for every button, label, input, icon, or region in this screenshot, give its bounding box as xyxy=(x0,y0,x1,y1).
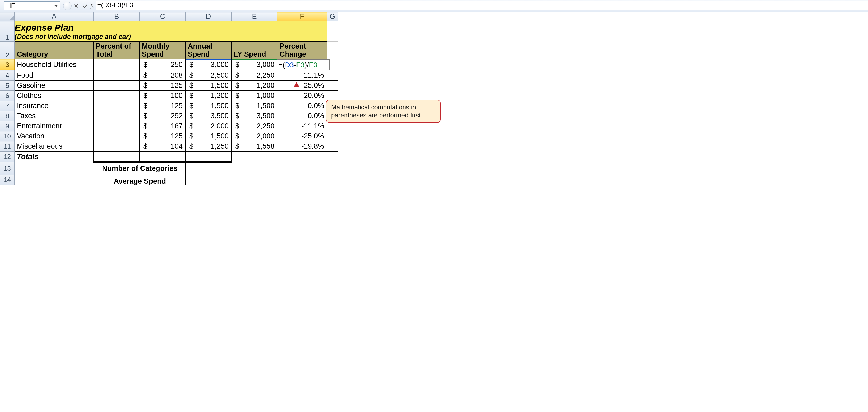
row-header-12[interactable]: 12 xyxy=(0,151,15,162)
row-header-13[interactable]: 13 xyxy=(0,162,15,175)
row-header-9[interactable]: 9 xyxy=(0,121,15,131)
col-header-E[interactable]: E xyxy=(231,12,278,21)
cell-E10[interactable]: $2,000 xyxy=(231,131,278,141)
cell-BC13[interactable]: Number of Categories xyxy=(94,162,186,175)
cell-C6[interactable]: $100 xyxy=(140,91,186,101)
cell-B10[interactable] xyxy=(94,131,140,141)
cell-B11[interactable] xyxy=(94,141,140,151)
header-percent-of-total[interactable]: Percent of Total xyxy=(94,42,140,59)
header-annual-spend[interactable]: Annual Spend xyxy=(186,42,231,59)
cell-D3[interactable]: $3,000 xyxy=(186,59,231,70)
cell-D13[interactable] xyxy=(186,162,231,175)
cell-F10[interactable]: -25.0% xyxy=(278,131,327,141)
cell-F12[interactable] xyxy=(278,151,327,162)
row-header-14[interactable]: 14 xyxy=(0,175,15,185)
cell-F13[interactable] xyxy=(278,162,327,175)
cell-C11[interactable]: $104 xyxy=(140,141,186,151)
row-header-2[interactable]: 2 xyxy=(0,42,15,59)
header-category[interactable]: Category xyxy=(15,42,94,59)
cell-F14[interactable] xyxy=(278,175,327,185)
cell-A3[interactable]: Household Utilities xyxy=(15,59,94,70)
cell-D12[interactable] xyxy=(186,151,231,162)
chevron-down-icon[interactable] xyxy=(54,5,58,7)
cell-E13[interactable] xyxy=(231,162,278,175)
cell-A7[interactable]: Insurance xyxy=(15,101,94,111)
cell-C7[interactable]: $125 xyxy=(140,101,186,111)
cell-B6[interactable] xyxy=(94,91,140,101)
cell-B5[interactable] xyxy=(94,80,140,91)
col-header-C[interactable]: C xyxy=(140,12,186,21)
col-header-F[interactable]: F xyxy=(278,12,327,21)
cell-F6[interactable]: 20.0% xyxy=(278,91,327,101)
cell-C5[interactable]: $125 xyxy=(140,80,186,91)
cell-A9[interactable]: Entertainment xyxy=(15,121,94,131)
cell-B7[interactable] xyxy=(94,101,140,111)
cell-C4[interactable]: $208 xyxy=(140,70,186,80)
cell-E12[interactable] xyxy=(231,151,278,162)
header-ly-spend[interactable]: LY Spend xyxy=(231,42,278,59)
cell-B3[interactable] xyxy=(94,59,140,70)
cell-F5[interactable]: 25.0% xyxy=(278,80,327,91)
cell-G14[interactable] xyxy=(327,175,338,185)
row-header-5[interactable]: 5 xyxy=(0,80,15,91)
cell-D9[interactable]: $2,000 xyxy=(186,121,231,131)
row-header-8[interactable]: 8 xyxy=(0,111,15,121)
cell-B12[interactable] xyxy=(94,151,140,162)
cell-A13[interactable] xyxy=(15,162,94,175)
cell-E3[interactable]: $3,000 xyxy=(231,59,278,70)
cell-A14[interactable] xyxy=(15,175,94,185)
spreadsheet-grid[interactable]: A B C D E F G 1 Expense Plan (Does not i… xyxy=(0,12,868,185)
cell-A11[interactable]: Miscellaneous xyxy=(15,141,94,151)
row-header-7[interactable]: 7 xyxy=(0,101,15,111)
cell-B4[interactable] xyxy=(94,70,140,80)
cell-A5[interactable]: Gasoline xyxy=(15,80,94,91)
name-box[interactable]: IF xyxy=(4,1,60,10)
cell-G1[interactable] xyxy=(327,21,338,42)
cell-D11[interactable]: $1,250 xyxy=(186,141,231,151)
fx-icon[interactable]: fx xyxy=(90,2,93,9)
cell-C8[interactable]: $292 xyxy=(140,111,186,121)
expand-formula-bar-button[interactable] xyxy=(63,2,71,10)
title-cell[interactable]: Expense Plan (Does not include mortgage … xyxy=(15,21,327,42)
col-header-A[interactable]: A xyxy=(15,12,94,21)
cell-E6[interactable]: $1,000 xyxy=(231,91,278,101)
row-header-4[interactable]: 4 xyxy=(0,70,15,80)
cell-B9[interactable] xyxy=(94,121,140,131)
cell-C9[interactable]: $167 xyxy=(140,121,186,131)
cell-A4[interactable]: Food xyxy=(15,70,94,80)
cell-G11[interactable] xyxy=(327,141,338,151)
cancel-formula-button[interactable] xyxy=(71,1,81,10)
cell-E8[interactable]: $3,500 xyxy=(231,111,278,121)
header-percent-change[interactable]: Percent Change xyxy=(278,42,327,59)
cell-D14[interactable] xyxy=(186,175,231,185)
cell-A6[interactable]: Clothes xyxy=(15,91,94,101)
select-all-cell[interactable] xyxy=(0,12,15,21)
cell-D6[interactable]: $1,200 xyxy=(186,91,231,101)
cell-E11[interactable]: $1,558 xyxy=(231,141,278,151)
cell-G4[interactable] xyxy=(327,70,338,80)
cell-A12[interactable]: Totals xyxy=(15,151,94,162)
cell-G5[interactable] xyxy=(327,80,338,91)
enter-formula-button[interactable] xyxy=(81,1,90,10)
cell-F3-editing[interactable]: =(D3-E3)/E3 xyxy=(278,59,327,70)
cell-F4[interactable]: 11.1% xyxy=(278,70,327,80)
cell-G13[interactable] xyxy=(327,162,338,175)
cell-E5[interactable]: $1,200 xyxy=(231,80,278,91)
header-monthly-spend[interactable]: Monthly Spend xyxy=(140,42,186,59)
cell-BC14[interactable]: Average Spend xyxy=(94,175,186,185)
cell-C3[interactable]: $250 xyxy=(140,59,186,70)
cell-D5[interactable]: $1,500 xyxy=(186,80,231,91)
cell-E4[interactable]: $2,250 xyxy=(231,70,278,80)
cell-C10[interactable]: $125 xyxy=(140,131,186,141)
row-header-10[interactable]: 10 xyxy=(0,131,15,141)
cell-F11[interactable]: -19.8% xyxy=(278,141,327,151)
row-header-6[interactable]: 6 xyxy=(0,91,15,101)
cell-A8[interactable]: Taxes xyxy=(15,111,94,121)
cell-E14[interactable] xyxy=(231,175,278,185)
cell-F7[interactable]: 0.0% xyxy=(278,101,327,111)
cell-D8[interactable]: $3,500 xyxy=(186,111,231,121)
cell-G12[interactable] xyxy=(327,151,338,162)
row-header-1[interactable]: 1 xyxy=(0,21,15,42)
cell-A10[interactable]: Vacation xyxy=(15,131,94,141)
cell-D10[interactable]: $1,500 xyxy=(186,131,231,141)
